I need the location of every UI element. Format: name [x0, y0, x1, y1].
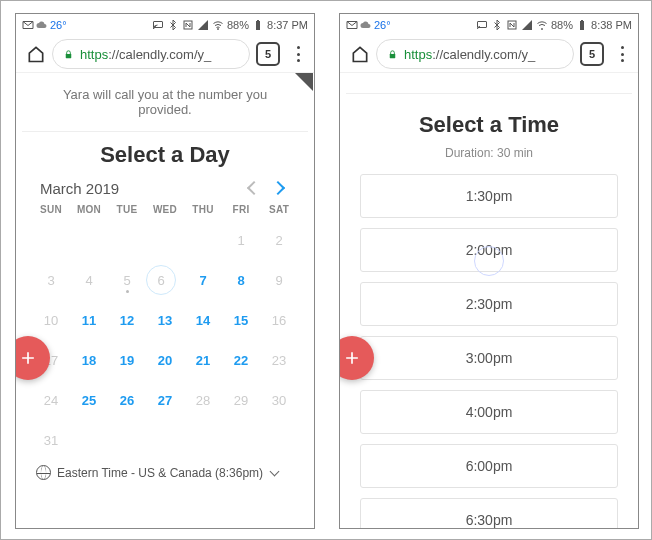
lock-icon	[63, 49, 74, 60]
divider	[22, 131, 308, 132]
menu-icon[interactable]	[614, 45, 630, 63]
calendar-day	[32, 225, 70, 255]
time-slots: 1:30pm2:00pm2:30pm3:00pm4:00pm6:00pm6:30…	[346, 174, 632, 529]
nfc-icon	[182, 19, 194, 31]
svg-rect-3	[256, 21, 260, 30]
timezone-picker[interactable]: Eastern Time - US & Canada (8:36pm)	[22, 455, 308, 490]
calendar-day[interactable]: 21	[184, 345, 222, 375]
url-rest: ://calendly.com/y_	[432, 47, 535, 62]
time-slot[interactable]: 6:30pm	[360, 498, 618, 529]
bluetooth-icon	[491, 19, 503, 31]
prev-month-button[interactable]	[242, 176, 266, 200]
dow-label: FRI	[222, 204, 260, 215]
status-time: 8:37 PM	[267, 19, 308, 31]
svg-rect-10	[581, 20, 583, 21]
month-row: March 2019	[22, 176, 308, 204]
status-bar: 26° 88% 8:38 PM	[340, 14, 638, 36]
calendar-day[interactable]: 7	[184, 265, 222, 295]
calendar-day: 28	[184, 385, 222, 415]
calendar-day	[222, 425, 260, 455]
svg-point-8	[542, 29, 543, 30]
calendar-day: 16	[260, 305, 298, 335]
home-icon[interactable]	[350, 44, 370, 64]
svg-point-2	[218, 29, 219, 30]
calendar-day[interactable]: 8	[222, 265, 260, 295]
wifi-icon	[536, 19, 548, 31]
calendar-day: 10	[32, 305, 70, 335]
calendar-day	[70, 225, 108, 255]
divider	[346, 93, 632, 94]
bluetooth-icon	[167, 19, 179, 31]
calendar-day: 5	[108, 265, 146, 295]
calendar-day[interactable]: 13	[146, 305, 184, 335]
calendar-day: 9	[260, 265, 298, 295]
calendar-day: 31	[32, 425, 70, 455]
globe-icon	[36, 465, 51, 480]
select-time-heading: Select a Time	[346, 112, 632, 138]
timezone-label: Eastern Time - US & Canada (8:36pm)	[57, 466, 263, 480]
calendar-day[interactable]: 25	[70, 385, 108, 415]
calendar-day[interactable]: 27	[146, 385, 184, 415]
calendar-day[interactable]: 15	[222, 305, 260, 335]
battery-icon	[252, 19, 264, 31]
tab-count[interactable]: 5	[580, 42, 604, 66]
calendar-day[interactable]: 18	[70, 345, 108, 375]
status-temp: 26°	[374, 19, 391, 31]
calendar-day[interactable]: 26	[108, 385, 146, 415]
time-slot[interactable]: 2:30pm	[360, 282, 618, 326]
calendar-day: 29	[222, 385, 260, 415]
phone-right: 26° 88% 8:38 PM https://calendly.com/y_ …	[339, 13, 639, 529]
wifi-icon	[212, 19, 224, 31]
duration-label: Duration: 30 min	[346, 146, 632, 160]
time-slot[interactable]: 4:00pm	[360, 390, 618, 434]
next-month-button[interactable]	[266, 176, 290, 200]
calendar-day	[146, 425, 184, 455]
calendar-day[interactable]: 20	[146, 345, 184, 375]
content-right: Select a Time Duration: 30 min 1:30pm2:0…	[340, 73, 638, 529]
signal-icon	[521, 19, 533, 31]
menu-icon[interactable]	[290, 45, 306, 63]
dow-label: SUN	[32, 204, 70, 215]
calendar-day: 23	[260, 345, 298, 375]
chevron-left-icon	[247, 181, 261, 195]
status-bar: 26° 88% 8:37 PM	[16, 14, 314, 36]
dow-label: WED	[146, 204, 184, 215]
tab-count[interactable]: 5	[256, 42, 280, 66]
calendar-day[interactable]: 14	[184, 305, 222, 335]
mail-icon	[346, 19, 358, 31]
cast-icon	[476, 19, 488, 31]
calendar-day[interactable]: 12	[108, 305, 146, 335]
url-box[interactable]: https://calendly.com/y_	[376, 39, 574, 69]
url-https: https	[404, 47, 432, 62]
cloud-icon	[360, 19, 372, 31]
calendar-day[interactable]: 19	[108, 345, 146, 375]
plus-icon	[342, 348, 362, 368]
calendar-day	[184, 225, 222, 255]
home-icon[interactable]	[26, 44, 46, 64]
signal-icon	[197, 19, 209, 31]
calendar-grid: SUNMONTUEWEDTHUFRISAT1234567891011121314…	[22, 204, 308, 455]
calendar-day: 30	[260, 385, 298, 415]
dow-label: THU	[184, 204, 222, 215]
status-battery: 88%	[551, 19, 573, 31]
url-box[interactable]: https://calendly.com/y_	[52, 39, 250, 69]
calendar-day	[260, 425, 298, 455]
svg-rect-5	[66, 54, 72, 58]
time-slot[interactable]: 1:30pm	[360, 174, 618, 218]
time-slot[interactable]: 6:00pm	[360, 444, 618, 488]
plus-icon	[18, 348, 38, 368]
calendar-day: 4	[70, 265, 108, 295]
nfc-icon	[506, 19, 518, 31]
lock-icon	[387, 49, 398, 60]
time-slot[interactable]: 2:00pm	[360, 228, 618, 272]
calendar-day[interactable]: 22	[222, 345, 260, 375]
time-slot[interactable]: 3:00pm	[360, 336, 618, 380]
svg-rect-11	[390, 54, 396, 58]
calendar-day[interactable]: 11	[70, 305, 108, 335]
calendar-day	[108, 225, 146, 255]
svg-rect-4	[257, 20, 259, 21]
call-notice: Yara will call you at the number you pro…	[22, 81, 308, 131]
calendar-day	[146, 225, 184, 255]
svg-rect-9	[580, 21, 584, 30]
dow-label: MON	[70, 204, 108, 215]
